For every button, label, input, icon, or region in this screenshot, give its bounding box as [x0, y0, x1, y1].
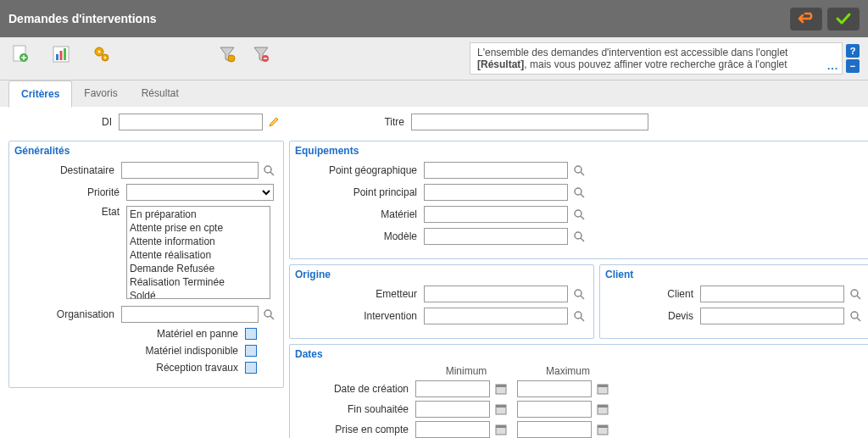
apply-button[interactable]: [827, 7, 860, 30]
fin-souhaitee-max-input[interactable]: [517, 401, 592, 418]
list-item[interactable]: Attente information: [128, 235, 269, 248]
search-icon[interactable]: [571, 229, 587, 244]
help-text: L'ensemble des demandes d'intervention e…: [470, 42, 843, 75]
search-icon[interactable]: [571, 207, 587, 222]
materiel-input[interactable]: [424, 206, 568, 223]
list-item[interactable]: Réalisation Terminée: [128, 275, 269, 289]
prise-compte-max-input[interactable]: [517, 421, 592, 438]
modele-input[interactable]: [424, 228, 568, 245]
di-input[interactable]: [119, 114, 263, 130]
panel-dates: Dates Minimum Maximum Date de création F…: [289, 344, 868, 438]
list-item[interactable]: En préparation: [128, 208, 269, 221]
panel-origine: Origine Emetteur Intervention: [289, 264, 594, 339]
list-item[interactable]: Attente prise en cpte: [128, 221, 269, 235]
calendar-icon[interactable]: [493, 381, 509, 396]
point-principal-input[interactable]: [424, 184, 568, 201]
organisation-label: Organisation: [16, 308, 121, 320]
svg-rect-23: [496, 385, 506, 387]
priorite-select[interactable]: [126, 184, 274, 201]
edit-icon[interactable]: [266, 114, 281, 130]
svg-point-9: [104, 57, 106, 58]
tab-resultat[interactable]: Résultat: [130, 80, 191, 107]
search-icon[interactable]: [262, 307, 276, 322]
date-creation-label: Date de création: [297, 383, 415, 395]
calendar-icon[interactable]: [595, 422, 610, 437]
emetteur-input[interactable]: [424, 286, 568, 302]
back-button[interactable]: [790, 7, 822, 30]
intervention-label: Intervention: [297, 310, 424, 322]
emetteur-label: Emetteur: [297, 288, 424, 300]
calendar-icon[interactable]: [493, 422, 509, 437]
fin-souhaitee-min-input[interactable]: [415, 401, 490, 418]
maximum-header: Maximum: [517, 365, 619, 377]
svg-point-10: [228, 55, 235, 62]
materiel-indispo-label: Matériel indisponible: [16, 345, 245, 357]
filter-settings-icon[interactable]: [215, 42, 239, 66]
calendar-icon[interactable]: [493, 402, 509, 417]
reception-travaux-label: Réception travaux: [16, 362, 245, 374]
prise-compte-label: Prise en compte: [297, 424, 415, 435]
collapse-icon[interactable]: −: [846, 59, 860, 73]
priorite-label: Priorité: [16, 186, 126, 198]
etat-label: Etat: [16, 206, 126, 218]
chart-icon[interactable]: [49, 42, 73, 66]
svg-point-19: [575, 312, 581, 319]
search-icon[interactable]: [571, 185, 587, 200]
titre-input[interactable]: [411, 114, 648, 130]
calendar-icon[interactable]: [595, 381, 610, 396]
svg-point-18: [575, 290, 581, 297]
search-icon[interactable]: [262, 163, 276, 178]
svg-rect-25: [598, 385, 608, 387]
organisation-input[interactable]: [121, 306, 259, 323]
list-item[interactable]: Soldé: [128, 289, 269, 299]
panel-generalites: Généralités Destinataire Priorité Etat E…: [8, 141, 284, 388]
modele-label: Modèle: [297, 230, 424, 242]
minimum-header: Minimum: [415, 365, 517, 377]
tab-favoris[interactable]: Favoris: [72, 80, 129, 107]
tab-criteres[interactable]: Critères: [8, 80, 72, 108]
search-icon[interactable]: [571, 308, 587, 324]
svg-rect-33: [598, 425, 608, 428]
search-icon[interactable]: [571, 163, 587, 178]
help-more-icon[interactable]: ...: [827, 60, 838, 72]
date-creation-min-input[interactable]: [415, 380, 490, 397]
svg-rect-5: [64, 48, 66, 60]
etat-listbox[interactable]: En préparation Attente prise en cpte Att…: [126, 206, 270, 299]
destinataire-input[interactable]: [121, 162, 259, 179]
svg-point-16: [575, 210, 581, 217]
devis-input[interactable]: [700, 308, 844, 324]
client-label: Client: [607, 288, 700, 300]
point-principal-label: Point principal: [297, 186, 424, 198]
gears-icon[interactable]: [90, 42, 114, 66]
search-icon[interactable]: [571, 286, 587, 302]
titre-label: Titre: [284, 116, 411, 128]
panel-equipements: Equipements Point géographique Point pri…: [289, 141, 868, 259]
prise-compte-min-input[interactable]: [415, 421, 490, 438]
destinataire-label: Destinataire: [16, 164, 121, 176]
materiel-panne-checkbox[interactable]: [245, 328, 257, 340]
filter-clear-icon[interactable]: [249, 42, 273, 66]
search-icon[interactable]: [848, 308, 863, 324]
materiel-panne-label: Matériel en panne: [16, 328, 245, 340]
svg-point-20: [851, 290, 858, 297]
page-title: Demandes d'interventions: [8, 12, 790, 25]
point-geo-input[interactable]: [424, 162, 568, 179]
search-icon[interactable]: [848, 286, 863, 302]
reception-travaux-checkbox[interactable]: [245, 362, 257, 374]
client-input[interactable]: [700, 286, 844, 302]
svg-point-12: [264, 166, 271, 173]
svg-point-15: [575, 188, 581, 195]
materiel-indispo-checkbox[interactable]: [245, 345, 257, 357]
calendar-icon[interactable]: [595, 402, 610, 417]
help-icon[interactable]: ?: [846, 44, 860, 58]
new-icon[interactable]: [8, 42, 32, 66]
list-item[interactable]: Demande Refusée: [128, 262, 269, 275]
fin-souhaitee-label: Fin souhaitée: [297, 403, 415, 415]
list-item[interactable]: Attente réalisation: [128, 248, 269, 262]
materiel-label: Matériel: [297, 208, 424, 220]
svg-rect-29: [598, 405, 608, 408]
svg-rect-31: [496, 425, 506, 428]
panel-client: Client Client Devis: [599, 264, 868, 339]
intervention-input[interactable]: [424, 308, 568, 324]
date-creation-max-input[interactable]: [517, 380, 592, 397]
